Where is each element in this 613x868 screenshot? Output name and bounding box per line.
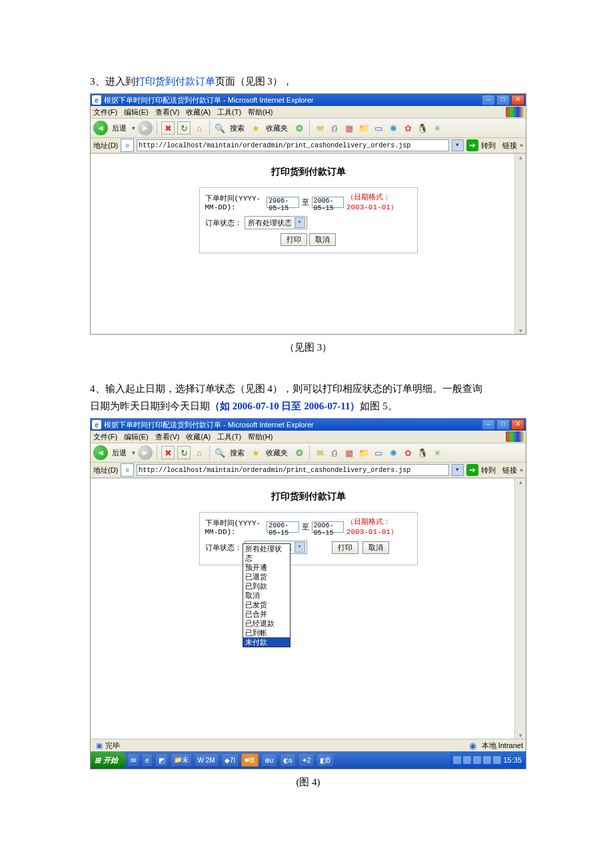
address-dropdown-icon[interactable]: ▾ xyxy=(452,139,464,151)
print-icon[interactable]: ⎙ xyxy=(328,447,340,459)
dropdown-option[interactable]: 预开通 xyxy=(243,563,290,572)
close-button[interactable]: ✕ xyxy=(511,419,524,430)
antivirus-icon[interactable]: ✺ xyxy=(387,122,399,134)
folder-icon[interactable]: 📁 xyxy=(358,447,370,459)
dropdown-option[interactable]: 已合并 xyxy=(243,609,290,619)
dropdown-option[interactable]: 已发货 xyxy=(243,600,290,609)
task-item[interactable]: W 2M xyxy=(195,753,219,767)
tray-icon[interactable] xyxy=(483,756,491,764)
task-item[interactable]: 📁未 xyxy=(171,753,192,767)
back-button[interactable]: ◄ xyxy=(93,445,108,460)
flag-icon[interactable]: ✿ xyxy=(402,447,414,459)
task-item[interactable]: ◆7I xyxy=(221,753,239,767)
links-label[interactable]: 链接 xyxy=(502,141,517,151)
gear-icon[interactable]: ✳ xyxy=(431,122,443,134)
edit-icon[interactable]: ▦ xyxy=(343,122,355,134)
date-to-input[interactable]: 2006-05-15 xyxy=(312,521,344,533)
menu-view[interactable]: 查看(V) xyxy=(155,432,180,442)
task-item[interactable]: ✦2 xyxy=(299,753,314,767)
back-button[interactable]: ◄ xyxy=(93,121,108,135)
status-dropdown-list[interactable]: 所有处理状态预开通已退货已到款取消已发货已合并已经退款已到帐未付款 xyxy=(243,543,291,647)
date-to-input[interactable]: 2006-05-15 xyxy=(312,197,344,208)
menu-help[interactable]: 帮助(H) xyxy=(248,432,273,442)
refresh-icon[interactable]: ↻ xyxy=(177,121,191,135)
history-icon[interactable]: ❂ xyxy=(293,447,305,459)
cancel-button[interactable]: 取消 xyxy=(362,541,389,554)
close-button[interactable]: ✕ xyxy=(511,95,524,105)
menu-tools[interactable]: 工具(T) xyxy=(217,107,241,117)
cancel-button[interactable]: 取消 xyxy=(309,233,336,246)
menu-view[interactable]: 查看(V) xyxy=(155,107,180,117)
links-label[interactable]: 链接 xyxy=(502,465,517,475)
address-input[interactable]: http://localhost/maintain/orderadmin/pri… xyxy=(137,464,449,476)
menu-file[interactable]: 文件(F) xyxy=(93,107,117,117)
scrollbar[interactable] xyxy=(514,154,526,334)
tray-icon[interactable] xyxy=(473,756,481,764)
task-item[interactable]: ◐s xyxy=(280,753,296,767)
task-item[interactable]: ■收 xyxy=(241,753,259,767)
page-icon[interactable]: ▭ xyxy=(372,122,384,134)
stop-icon[interactable]: ✖ xyxy=(161,446,175,459)
folder-icon[interactable]: 📁 xyxy=(358,122,370,134)
menu-tools[interactable]: 工具(T) xyxy=(217,432,241,442)
dropdown-option[interactable]: 未付款 xyxy=(243,637,290,647)
mail-icon[interactable]: ✉ xyxy=(314,122,326,134)
search-icon[interactable]: 🔍 xyxy=(214,447,226,459)
tray-icon[interactable] xyxy=(453,756,461,764)
start-button[interactable]: ⊞ 开始 xyxy=(91,751,126,769)
menu-edit[interactable]: 编辑(E) xyxy=(124,432,149,442)
task-item[interactable]: ◩ xyxy=(155,753,168,767)
tray-icon[interactable] xyxy=(463,756,471,764)
task-item[interactable]: e xyxy=(142,753,153,767)
window-title: 根据下单时间打印配送货到付款订单 - Microsoft Internet Ex… xyxy=(104,420,482,430)
gear-icon[interactable]: ✳ xyxy=(431,447,443,459)
address-dropdown-icon[interactable]: ▾ xyxy=(452,464,464,476)
task-item[interactable]: ✉ xyxy=(127,753,139,767)
status-select[interactable]: 所有处理状态 ▾ xyxy=(245,216,307,229)
qq-icon[interactable]: 🐧 xyxy=(416,122,428,134)
print-icon[interactable]: ⎙ xyxy=(328,122,340,134)
edit-icon[interactable]: ▦ xyxy=(343,447,355,459)
address-input[interactable]: http://localhost/maintain/orderadmin/pri… xyxy=(137,139,449,151)
favorites-icon[interactable]: ★ xyxy=(250,447,262,459)
menu-file[interactable]: 文件(F) xyxy=(93,432,117,442)
maximize-button[interactable]: □ xyxy=(496,95,510,105)
tray-icon[interactable] xyxy=(493,756,501,764)
qq-icon[interactable]: 🐧 xyxy=(416,447,428,459)
favorites-icon[interactable]: ★ xyxy=(250,122,262,134)
print-button[interactable]: 打印 xyxy=(281,233,307,246)
menu-help[interactable]: 帮助(H) xyxy=(248,107,273,117)
dropdown-option[interactable]: 所有处理状态 xyxy=(243,544,290,563)
scrollbar[interactable] xyxy=(514,479,526,739)
dropdown-option[interactable]: 已经退款 xyxy=(243,619,290,628)
dropdown-option[interactable]: 已退货 xyxy=(243,572,290,581)
home-icon[interactable]: ⌂ xyxy=(193,122,205,134)
date-from-input[interactable]: 2006-05-15 xyxy=(267,197,299,208)
mail-icon[interactable]: ✉ xyxy=(314,447,326,459)
history-icon[interactable]: ❂ xyxy=(293,122,305,134)
search-icon[interactable]: 🔍 xyxy=(214,122,226,134)
home-icon[interactable]: ⌂ xyxy=(193,447,205,459)
date-from-input[interactable]: 2006-05-15 xyxy=(267,521,299,533)
forward-button[interactable]: ► xyxy=(138,445,153,460)
page-icon[interactable]: ▭ xyxy=(372,447,384,459)
stop-icon[interactable]: ✖ xyxy=(161,121,175,135)
forward-button[interactable]: ► xyxy=(138,121,153,135)
menu-edit[interactable]: 编辑(E) xyxy=(124,107,149,117)
minimize-button[interactable]: – xyxy=(482,95,495,105)
task-item[interactable]: ◧B xyxy=(316,753,334,767)
antivirus-icon[interactable]: ✺ xyxy=(387,447,399,459)
dropdown-option[interactable]: 已到款 xyxy=(243,581,290,591)
menu-fav[interactable]: 收藏(A) xyxy=(186,432,211,442)
dropdown-option[interactable]: 取消 xyxy=(243,591,290,600)
task-item[interactable]: ⊕u xyxy=(261,753,277,767)
dropdown-option[interactable]: 已到帐 xyxy=(243,628,290,637)
go-button[interactable]: ➔ xyxy=(466,464,478,476)
minimize-button[interactable]: – xyxy=(482,419,495,430)
refresh-icon[interactable]: ↻ xyxy=(177,446,191,459)
go-button[interactable]: ➔ xyxy=(466,139,478,151)
maximize-button[interactable]: □ xyxy=(496,419,510,430)
print-button[interactable]: 打印 xyxy=(332,541,358,554)
flag-icon[interactable]: ✿ xyxy=(402,122,414,134)
menu-fav[interactable]: 收藏(A) xyxy=(186,107,211,117)
